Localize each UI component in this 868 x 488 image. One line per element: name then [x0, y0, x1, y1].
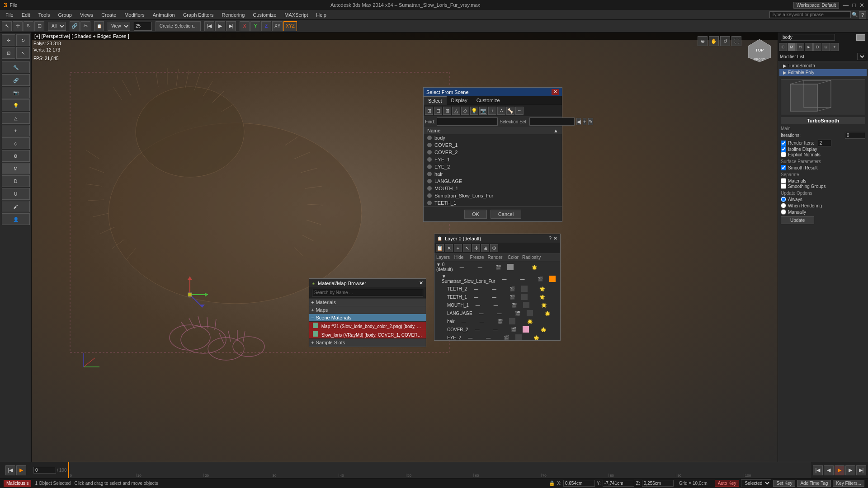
update-button[interactable]: Update	[781, 216, 814, 224]
always-radio[interactable]	[781, 197, 786, 202]
layer-hide-teeth1[interactable]: —	[467, 295, 485, 300]
layer-render-cover2[interactable]: 🎬	[505, 327, 523, 332]
layer-row-fur[interactable]: ▼ Sumatran_Slow_Loris_Fur — — 🎬 🌟	[434, 273, 560, 285]
obj-eye1[interactable]: EYE_1	[424, 156, 562, 163]
toolbar-rotate-btn[interactable]: ↻	[24, 21, 33, 31]
search-input[interactable]	[769, 11, 851, 18]
timeline-frame-input[interactable]	[33, 467, 56, 474]
sidebar-display[interactable]: D	[2, 175, 30, 187]
menu-views[interactable]: Views	[76, 11, 97, 19]
sel-set-btn1[interactable]: ◀	[576, 118, 581, 125]
tab-customize[interactable]: Customize	[472, 96, 505, 105]
sidebar-light-tool[interactable]: 💡	[2, 99, 30, 111]
toolbar-select-btn[interactable]: ↖	[2, 21, 12, 31]
smooth-result-checkbox[interactable]	[781, 165, 786, 170]
xyz-axis-btn[interactable]: XYZ	[283, 21, 297, 31]
modifier-editpoly[interactable]: ▶ Editable Poly	[779, 69, 867, 76]
menu-maxscript[interactable]: MAXScript	[281, 11, 311, 19]
sidebar-modify[interactable]: M	[2, 163, 30, 174]
tab-motion[interactable]: ►	[805, 43, 813, 51]
sidebar-populate[interactable]: 👤	[2, 213, 30, 225]
layer-hide-fur[interactable]: —	[495, 277, 513, 282]
smoothing-groups-checkbox[interactable]	[781, 183, 786, 189]
selected-filter-dropdown[interactable]: Selected	[741, 479, 771, 487]
layer-row-teeth2[interactable]: TEETH_2 — — 🎬 🌟	[434, 285, 560, 293]
menu-graph-editors[interactable]: Graph Editors	[179, 11, 217, 19]
manually-radio[interactable]	[781, 209, 786, 215]
select-dialog-close-icon[interactable]: ✕	[552, 89, 559, 95]
obj-language[interactable]: LANGUAGE	[424, 178, 562, 185]
sel-btn-lights[interactable]: 💡	[470, 107, 478, 115]
sel-btn-invert[interactable]: ⊠	[443, 107, 451, 115]
menu-help[interactable]: Help	[312, 11, 330, 19]
close-button[interactable]: ✕	[859, 2, 864, 9]
layer-close-icon[interactable]: ✕	[553, 235, 557, 241]
layer-freeze-language[interactable]: —	[491, 311, 509, 316]
tab-extras[interactable]: +	[830, 43, 839, 51]
anim-start-btn[interactable]: |◀	[813, 465, 823, 475]
titlebar-menu-file[interactable]: File	[10, 3, 17, 8]
sidebar-helper-tool[interactable]: +	[2, 125, 30, 136]
cancel-button[interactable]: Cancel	[491, 210, 521, 219]
layer-hide-eye2[interactable]: —	[461, 335, 479, 340]
mat-item-slowloris[interactable]: Slow_loris (VRayMtl) [body, COVER_1, COV…	[309, 330, 426, 338]
sel-btn-splines[interactable]: ~	[515, 107, 524, 115]
sel-btn-cameras[interactable]: 📷	[479, 107, 487, 115]
layer-freeze-fur[interactable]: —	[513, 277, 531, 282]
obj-hair[interactable]: hair	[424, 170, 562, 178]
sel-btn-shapes[interactable]: ◇	[461, 107, 469, 115]
layer-color-teeth2[interactable]	[521, 286, 528, 292]
layer-btn-merge[interactable]: ⊞	[481, 244, 489, 252]
layer-render-teeth1[interactable]: 🎬	[503, 295, 521, 300]
layer-btn-new[interactable]: 📋	[436, 244, 444, 252]
z-coord-input[interactable]	[642, 480, 674, 487]
sel-btn-bones[interactable]: 🦴	[506, 107, 514, 115]
obj-cover2[interactable]: COVER_2	[424, 149, 562, 156]
layer-hide-teeth2[interactable]: —	[467, 286, 485, 291]
snap-dropdown[interactable]: View	[108, 22, 130, 31]
layer-btn-add[interactable]: +	[454, 244, 462, 252]
layer-radiosity-teeth2[interactable]: 🌟	[539, 286, 557, 291]
ok-button[interactable]: OK	[464, 210, 487, 219]
layer-freeze-hair[interactable]: —	[473, 319, 491, 324]
layer-freeze-teeth1[interactable]: —	[485, 295, 503, 300]
layer-btn-delete[interactable]: ✕	[445, 244, 453, 252]
mat-item-map21[interactable]: Map #21 (Slow_loris_body_color_2.png) [b…	[309, 322, 426, 330]
play-btn[interactable]: ▶	[215, 21, 225, 31]
layer-row-default[interactable]: ▼ 0 (default) — — 🎬 🌟	[434, 261, 560, 273]
snap-percent-input[interactable]	[134, 22, 152, 31]
3d-viewport-content[interactable]	[32, 33, 778, 478]
layer-color-default[interactable]	[507, 264, 514, 270]
layer-btn-props[interactable]: ⚙	[490, 244, 498, 252]
sidebar-snap-toggle[interactable]: 🔧	[2, 61, 30, 73]
layer-hide-cover2[interactable]: —	[468, 327, 486, 332]
mat-section-materials[interactable]: + Materials	[309, 299, 426, 306]
y-coord-input[interactable]	[603, 480, 634, 487]
layer-row-mouth1[interactable]: MOUTH_1 — — 🎬 🌟	[434, 301, 560, 309]
obj-body[interactable]: body	[424, 134, 562, 141]
mat-browser-close-icon[interactable]: ✕	[419, 280, 423, 286]
sel-btn-helpers[interactable]: +	[488, 107, 496, 115]
selection-set-input[interactable]	[529, 117, 575, 126]
layer-btn-select[interactable]: ↖	[463, 244, 471, 252]
sidebar-paint[interactable]: 🖌	[2, 201, 30, 212]
minimize-button[interactable]: —	[843, 2, 849, 9]
sidebar-select-tool[interactable]: ↖	[16, 47, 30, 59]
layer-render-language[interactable]: 🎬	[509, 311, 527, 316]
link-btn[interactable]: 🔗	[70, 21, 80, 31]
vp-maximize-btn[interactable]: ⛶	[731, 36, 741, 46]
layer-dialog-title[interactable]: 📋 Layer 0 (default) ? ✕	[434, 234, 560, 243]
menu-file[interactable]: File	[2, 11, 17, 19]
menu-edit[interactable]: Edit	[18, 11, 34, 19]
sel-btn-none[interactable]: ⊟	[434, 107, 442, 115]
next-frame-btn[interactable]: ▶|	[226, 21, 236, 31]
sidebar-shape-tool[interactable]: ◇	[2, 137, 30, 149]
obj-cover1[interactable]: COVER_1	[424, 141, 562, 149]
layer-radiosity-teeth1[interactable]: 🌟	[539, 295, 557, 300]
anim-play-btn[interactable]: ▶	[835, 465, 844, 475]
search-icon[interactable]: 🔍	[852, 12, 858, 18]
layer-radiosity-default[interactable]: 🌟	[525, 265, 543, 270]
x-coord-input[interactable]	[563, 480, 595, 487]
sidebar-link-tool[interactable]: 🔗	[2, 74, 30, 86]
layer-row-eye2[interactable]: EYE_2 — — 🎬 🌟	[434, 333, 560, 340]
